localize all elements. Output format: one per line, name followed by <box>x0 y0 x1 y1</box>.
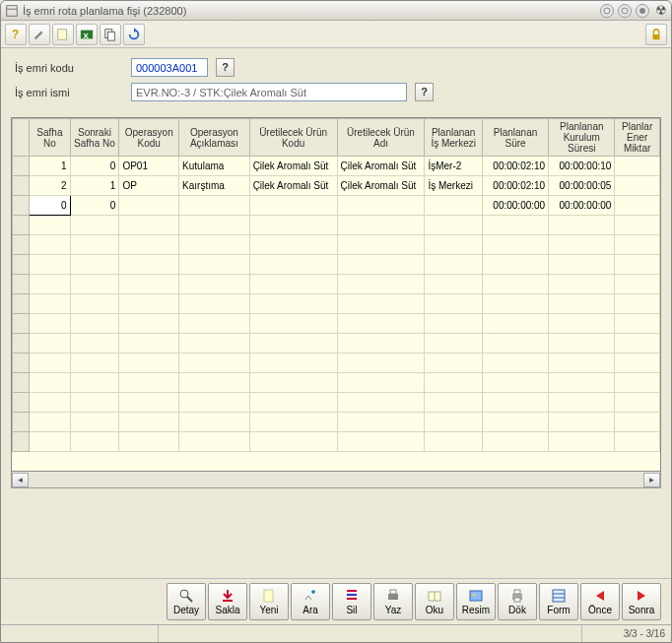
delete-icon <box>344 588 360 604</box>
radiation-icon: ☢ <box>655 3 667 18</box>
sonra-button[interactable]: Sonra <box>622 583 661 620</box>
oku-button[interactable]: Oku <box>415 583 454 620</box>
table-row[interactable] <box>13 314 660 334</box>
name-input[interactable] <box>131 83 407 101</box>
code-label: İş emri kodu <box>15 62 123 74</box>
col-enerji[interactable]: Planlar Ener Miktar <box>615 119 660 157</box>
edit-button[interactable] <box>29 24 50 45</box>
export-icon <box>509 588 525 604</box>
table-row[interactable] <box>13 294 660 314</box>
table-row[interactable] <box>13 432 660 452</box>
notes-button[interactable] <box>52 24 74 45</box>
name-lookup-button[interactable]: ? <box>415 83 434 101</box>
table-row[interactable]: 1 0 OP01 Kutulama Çilek Aromalı Süt Çile… <box>13 157 660 176</box>
svg-point-3 <box>622 8 628 14</box>
svg-rect-0 <box>7 5 18 16</box>
svg-rect-26 <box>514 590 520 594</box>
name-label: İş emri ismi <box>15 87 123 98</box>
scroll-track[interactable] <box>29 473 643 487</box>
table-row[interactable] <box>13 255 660 275</box>
row-handle[interactable] <box>13 176 30 196</box>
table-row[interactable] <box>13 393 660 413</box>
svg-line-13 <box>187 597 192 602</box>
form-button[interactable]: Form <box>539 583 578 620</box>
col-safha-no[interactable]: Safha No <box>30 119 70 157</box>
svg-rect-23 <box>470 591 482 601</box>
yeni-button[interactable]: Yeni <box>249 583 289 620</box>
detay-button[interactable]: Detay <box>167 583 206 620</box>
col-kurulum[interactable]: Planlanan Kurulum Süresi <box>549 119 615 157</box>
svg-rect-27 <box>514 598 520 602</box>
app-icon <box>5 4 19 18</box>
svg-rect-6 <box>58 29 67 39</box>
row-handle[interactable] <box>13 196 30 216</box>
yaz-button[interactable]: Yaz <box>373 583 413 620</box>
code-lookup-button[interactable]: ? <box>216 58 235 77</box>
table-row[interactable] <box>13 275 660 294</box>
read-icon <box>427 588 442 604</box>
form-area: İş emri kodu ? İş emri ismi ? <box>1 48 671 113</box>
row-selector-header <box>13 119 30 157</box>
status-left <box>1 625 159 642</box>
horizontal-scrollbar[interactable]: ◄ ► <box>11 472 661 488</box>
col-sonraki-safha[interactable]: Sonraki Safha No <box>70 119 119 157</box>
maximize-button[interactable] <box>618 4 632 18</box>
form-icon <box>551 588 567 604</box>
minimize-button[interactable] <box>600 4 614 18</box>
copy-button[interactable] <box>100 24 121 45</box>
save-icon <box>220 588 235 604</box>
dok-button[interactable]: Dök <box>498 583 537 620</box>
table-row[interactable]: 2 1 OP Kaırştıma Çilek Aromalı Süt Çilek… <box>13 176 660 196</box>
svg-point-2 <box>604 8 610 14</box>
svg-point-24 <box>473 594 476 597</box>
col-operasyon-aciklama[interactable]: Operasyon Açıklaması <box>179 119 250 157</box>
status-position: 3/3 - 3/16 <box>582 625 671 642</box>
svg-rect-19 <box>388 594 398 600</box>
resim-button[interactable]: Resim <box>456 583 496 620</box>
close-button[interactable] <box>636 4 649 18</box>
svg-rect-10 <box>107 32 114 40</box>
svg-point-12 <box>180 590 188 598</box>
toolbar: ? X <box>1 21 671 48</box>
search-icon <box>302 588 318 604</box>
svg-text:?: ? <box>12 28 19 41</box>
col-is-merkezi[interactable]: Planlanan İş Merkezi <box>425 119 483 157</box>
table-row[interactable] <box>13 216 660 235</box>
action-bar: Detay Sakla Yeni Ara Sil Yaz Oku Resim <box>1 578 671 624</box>
table-row[interactable]: 0 0 00:00:00:00 00:00:00:00 <box>13 196 660 216</box>
col-urun-kodu[interactable]: Üretilecek Ürün Kodu <box>249 119 337 157</box>
statusbar: 3/3 - 3/16 <box>1 624 671 642</box>
print-icon <box>385 588 401 604</box>
refresh-button[interactable] <box>123 24 145 45</box>
image-icon <box>468 588 484 604</box>
table-row[interactable] <box>13 235 660 255</box>
table-row[interactable] <box>13 354 660 373</box>
svg-rect-15 <box>264 590 273 602</box>
next-icon <box>634 588 649 604</box>
code-input[interactable] <box>131 58 208 77</box>
window-title: İş emri rota planlama fişi (232800) <box>23 5 600 17</box>
sakla-button[interactable]: Sakla <box>208 583 247 620</box>
ara-button[interactable]: Ara <box>291 583 330 620</box>
new-icon <box>261 588 277 604</box>
sil-button[interactable]: Sil <box>332 583 371 620</box>
scroll-right-button[interactable]: ► <box>643 473 660 487</box>
table-row[interactable] <box>13 373 660 393</box>
row-handle[interactable] <box>13 157 30 176</box>
excel-button[interactable]: X <box>76 24 98 45</box>
titlebar: İş emri rota planlama fişi (232800) ☢ <box>1 1 671 21</box>
col-operasyon-kodu[interactable]: Operasyon Kodu <box>119 119 179 157</box>
help-button[interactable]: ? <box>5 24 27 45</box>
active-cell[interactable]: 0 <box>30 196 70 216</box>
once-button[interactable]: Önce <box>580 583 620 620</box>
svg-text:X: X <box>84 31 90 39</box>
col-urun-adi[interactable]: Üretilecek Ürün Adı <box>337 119 425 157</box>
col-sure[interactable]: Planlanan Süre <box>482 119 548 157</box>
grid-container: Safha No Sonraki Safha No Operasyon Kodu… <box>11 117 661 578</box>
table-row[interactable] <box>13 334 660 354</box>
table-row[interactable] <box>13 413 660 432</box>
grid[interactable]: Safha No Sonraki Safha No Operasyon Kodu… <box>11 117 661 472</box>
scroll-left-button[interactable]: ◄ <box>12 473 29 487</box>
svg-rect-28 <box>553 590 565 602</box>
lock-button[interactable] <box>645 24 667 45</box>
